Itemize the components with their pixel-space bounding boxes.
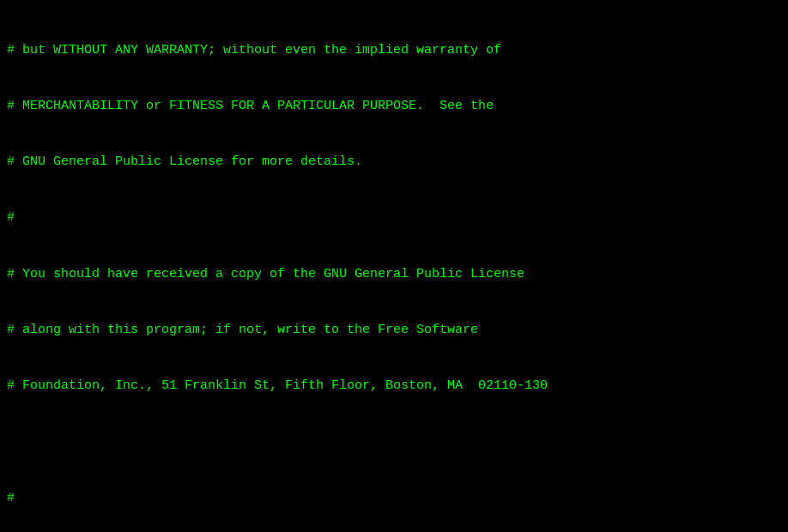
- line-1: # but WITHOUT ANY WARRANTY; without even…: [7, 41, 781, 60]
- line-9: #: [7, 489, 781, 508]
- line-7: # Foundation, Inc., 51 Franklin St, Fift…: [7, 377, 781, 396]
- line-3: # GNU General Public License for more de…: [7, 153, 781, 172]
- line-5: # You should have received a copy of the…: [7, 265, 781, 284]
- line-6: # along with this program; if not, write…: [7, 321, 781, 340]
- line-4: #: [7, 209, 781, 227]
- terminal-window: # but WITHOUT ANY WARRANTY; without even…: [0, 0, 788, 532]
- line-8: [7, 432, 781, 451]
- line-2: # MERCHANTABILITY or FITNESS FOR A PARTI…: [7, 97, 781, 116]
